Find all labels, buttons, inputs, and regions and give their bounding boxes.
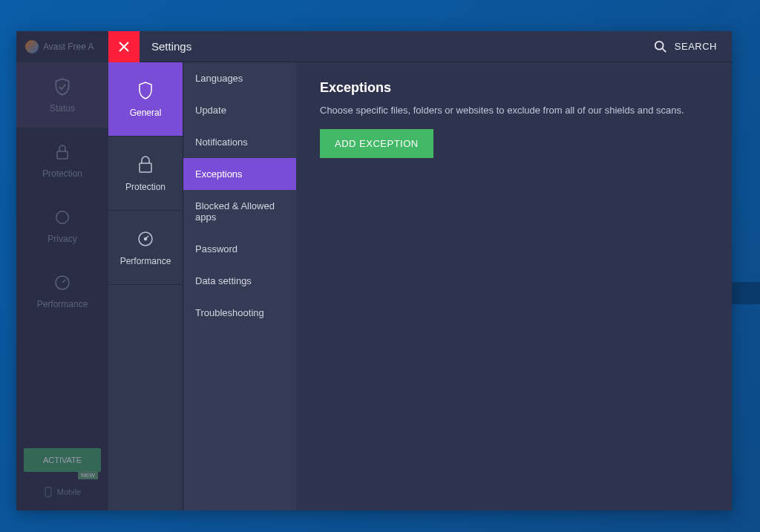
main-sidebar: Avast Free A Status Protection	[16, 31, 108, 510]
sidebar-label: Performance	[37, 299, 88, 309]
sidebar-item-protection[interactable]: Protection	[16, 128, 108, 193]
search-button[interactable]: SEARCH	[654, 40, 717, 53]
sidebar-label: Privacy	[48, 234, 76, 244]
add-exception-button[interactable]: ADD EXCEPTION	[320, 129, 433, 158]
category-label: Protection	[125, 182, 166, 192]
app-window: Avast Free A Status Protection	[16, 31, 732, 510]
content-title: Exceptions	[320, 80, 708, 96]
mobile-icon	[44, 487, 53, 497]
search-icon	[654, 40, 667, 53]
lock-icon	[52, 142, 73, 162]
svg-rect-3	[45, 487, 51, 496]
svg-rect-0	[57, 151, 68, 159]
category-label: Performance	[120, 256, 171, 266]
app-title-bar: Avast Free A	[16, 31, 108, 62]
settings-body: General Protection	[108, 62, 732, 510]
sidebar-label: Status	[50, 103, 75, 114]
category-sidebar: General Protection	[108, 62, 183, 510]
sidebar-item-status[interactable]: Status	[16, 62, 108, 128]
gauge-icon	[136, 229, 155, 249]
sidebar-item-performance[interactable]: Performance	[16, 258, 108, 324]
submenu-item-exceptions[interactable]: Exceptions	[183, 158, 296, 190]
privacy-icon	[52, 207, 73, 228]
svg-point-1	[56, 211, 69, 224]
submenu-item-data-settings[interactable]: Data settings	[183, 265, 296, 297]
gauge-icon	[52, 272, 73, 293]
close-icon	[119, 42, 129, 52]
activate-button[interactable]: ACTIVATE	[24, 448, 101, 472]
mobile-link[interactable]: Mobile	[16, 481, 108, 503]
category-label: General	[130, 108, 162, 118]
sidebar-item-privacy[interactable]: Privacy	[16, 193, 108, 258]
submenu-sidebar: Languages Update Notifications Exception…	[183, 62, 296, 510]
content-description: Choose specific files, folders or websit…	[320, 105, 708, 116]
avast-logo-icon	[25, 40, 39, 53]
svg-point-4	[655, 41, 664, 49]
sidebar-label: Protection	[42, 168, 82, 179]
settings-panel: Settings SEARCH General	[108, 31, 732, 510]
close-button[interactable]	[108, 31, 140, 62]
svg-rect-5	[140, 163, 151, 172]
submenu-item-troubleshooting[interactable]: Troubleshooting	[183, 297, 296, 329]
submenu-item-password[interactable]: Password	[183, 233, 296, 265]
settings-header: Settings SEARCH	[108, 31, 732, 62]
content-area: Exceptions Choose specific files, folder…	[296, 62, 732, 510]
shield-check-icon	[52, 76, 73, 97]
category-item-protection[interactable]: Protection	[108, 137, 183, 211]
category-item-performance[interactable]: Performance	[108, 211, 183, 285]
settings-title: Settings	[151, 40, 191, 53]
submenu-item-blocked-allowed[interactable]: Blocked & Allowed apps	[183, 190, 296, 233]
submenu-item-update[interactable]: Update	[183, 94, 296, 126]
app-title-text: Avast Free A	[43, 42, 94, 52]
new-badge: NEW	[78, 471, 98, 479]
submenu-item-languages[interactable]: Languages	[183, 62, 296, 94]
category-item-general[interactable]: General	[108, 62, 183, 137]
submenu-item-notifications[interactable]: Notifications	[183, 126, 296, 158]
lock-icon	[136, 155, 155, 174]
shield-icon	[136, 81, 155, 100]
